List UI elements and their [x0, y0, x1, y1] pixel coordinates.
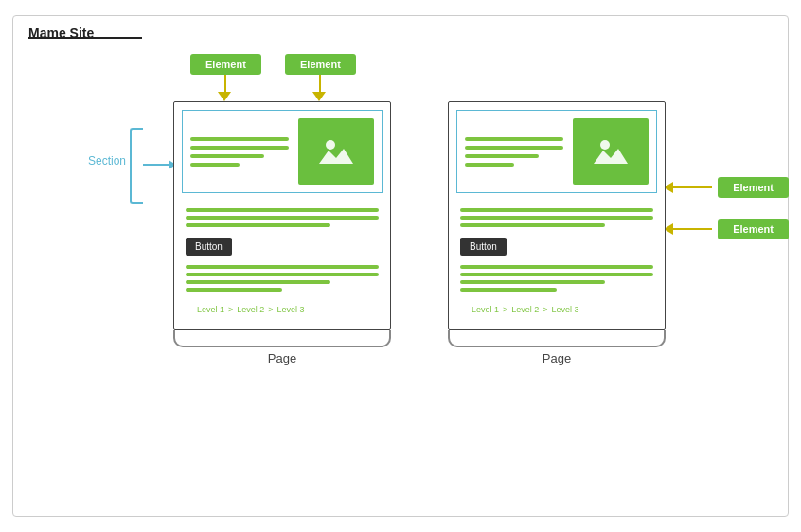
text-line [460, 273, 653, 276]
arrow-stem-1 [224, 75, 226, 94]
title-underline [28, 37, 142, 39]
right-arrow-line-1 [665, 186, 712, 188]
left-breadcrumb: Level 1 > Level 2 > Level 3 [186, 299, 379, 322]
text-line [186, 216, 379, 220]
text-line [186, 223, 330, 227]
text-line [465, 154, 539, 158]
element-badge-right-top: Element [718, 177, 789, 198]
top-elements-left: Element Element [173, 54, 391, 101]
right-breadcrumb: Level 1 > Level 2 > Level 3 [460, 299, 653, 322]
section-bracket-shape [130, 128, 143, 204]
right-element-row-1: Element [665, 177, 789, 198]
image-placeholder-right [573, 118, 649, 185]
text-line [186, 265, 379, 269]
section-connector [143, 164, 169, 166]
text-line [186, 273, 379, 276]
text-line [460, 265, 653, 269]
content-lines-left [186, 208, 379, 227]
more-lines-left [186, 265, 379, 292]
left-page-label: Page [268, 351, 296, 365]
right-page-label: Page [543, 351, 571, 365]
section-label: Section [88, 154, 126, 168]
left-button[interactable]: Button [186, 238, 232, 256]
content-lines-right [460, 208, 653, 227]
breadcrumb-item: Level 3 [552, 305, 579, 314]
right-text-lines [465, 137, 563, 167]
right-page-bottom-bracket [448, 330, 666, 347]
left-page-top-section [182, 110, 383, 193]
breadcrumb-item: Level 3 [277, 305, 305, 314]
element-label-top-left: Element [190, 54, 261, 75]
text-line [190, 154, 264, 158]
text-line [465, 163, 514, 167]
right-page-wireframe: Button Level 1 > Level 2 > Level 3 [448, 101, 666, 330]
arrow-stem-2 [319, 75, 321, 94]
breadcrumb-item: Level 1 [472, 305, 499, 314]
text-line [186, 208, 379, 212]
breadcrumb-sep: > [268, 305, 273, 314]
pages-area: Element Element Section [70, 54, 769, 497]
image-icon-right [592, 135, 630, 168]
arrow-tip-2 [312, 92, 326, 101]
text-line [465, 146, 563, 150]
breadcrumb-item: Level 2 [511, 305, 539, 314]
left-page-wireframe: Button Level 1 > Level 2 > Leve [173, 101, 391, 330]
text-line [190, 137, 289, 141]
arrow-tip-1 [218, 92, 231, 101]
left-page-group: Element Element Section [173, 54, 391, 365]
image-placeholder-left [298, 118, 374, 185]
text-line [186, 288, 282, 292]
right-elements-group: Element Element [665, 177, 789, 239]
element-label-top-right: Element [285, 54, 356, 75]
breadcrumb-item: Level 2 [237, 305, 264, 314]
outer-frame: Mame Site Element Element [12, 15, 789, 517]
text-line [190, 163, 240, 167]
breadcrumb-item: Level 1 [197, 305, 224, 314]
breadcrumb-sep: > [503, 305, 507, 314]
right-arrow-line-2 [665, 228, 712, 230]
left-page-bottom-bracket [173, 330, 391, 347]
text-line [460, 223, 605, 227]
right-element-row-2: Element [665, 219, 789, 239]
element-badge-top-right: Element [285, 54, 356, 94]
more-lines-right [460, 265, 653, 292]
left-text-lines [190, 137, 289, 167]
image-icon [317, 135, 355, 168]
element-badge-right-bottom: Element [718, 219, 789, 239]
svg-point-0 [326, 140, 335, 150]
text-line [460, 288, 557, 292]
text-line [460, 280, 605, 284]
left-page-bottom: Button Level 1 > Level 2 > Leve [174, 201, 390, 329]
text-line [186, 280, 330, 284]
right-button[interactable]: Button [460, 238, 507, 256]
right-page-top-section [456, 110, 657, 193]
element-badge-top-left: Element [190, 54, 261, 94]
left-page-wrapper: Section [173, 101, 391, 330]
text-line [460, 208, 653, 212]
breadcrumb-sep: > [228, 305, 233, 314]
text-line [190, 146, 289, 150]
text-line [460, 216, 653, 220]
right-page-bottom: Button Level 1 > Level 2 > Level 3 [449, 201, 665, 329]
svg-point-1 [600, 140, 610, 150]
right-page-group: Element Element [448, 54, 666, 365]
text-line [465, 137, 563, 141]
breadcrumb-sep: > [543, 305, 547, 314]
